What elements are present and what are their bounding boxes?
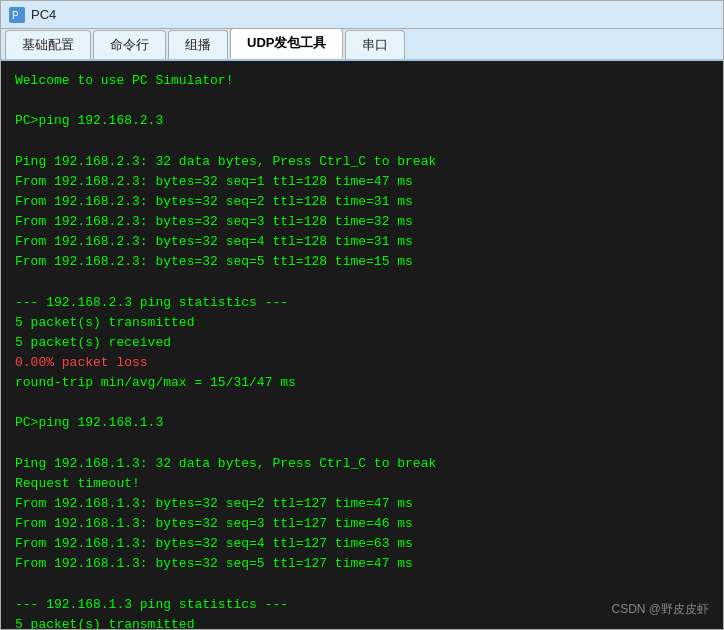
- terminal-line: Request timeout!: [15, 474, 709, 494]
- svg-text:P: P: [12, 10, 19, 21]
- terminal-line: --- 192.168.2.3 ping statistics ---: [15, 293, 709, 313]
- terminal-line: Ping 192.168.1.3: 32 data bytes, Press C…: [15, 454, 709, 474]
- tab-basic-config[interactable]: 基础配置: [5, 30, 91, 59]
- terminal-line: [15, 272, 709, 292]
- tab-serial[interactable]: 串口: [345, 30, 405, 59]
- terminal-line: 5 packet(s) received: [15, 333, 709, 353]
- terminal-line: 0.00% packet loss: [15, 353, 709, 373]
- terminal-line: From 192.168.2.3: bytes=32 seq=4 ttl=128…: [15, 232, 709, 252]
- terminal-line: From 192.168.2.3: bytes=32 seq=3 ttl=128…: [15, 212, 709, 232]
- terminal-line: 5 packet(s) transmitted: [15, 615, 709, 629]
- window-icon: P: [9, 7, 25, 23]
- terminal-line: round-trip min/avg/max = 15/31/47 ms: [15, 373, 709, 393]
- terminal-line: From 192.168.1.3: bytes=32 seq=4 ttl=127…: [15, 534, 709, 554]
- terminal-line: [15, 393, 709, 413]
- window-title: PC4: [31, 7, 56, 22]
- window: P PC4 基础配置 命令行 组播 UDP发包工具 串口 Welcome to …: [0, 0, 724, 630]
- tab-command-line[interactable]: 命令行: [93, 30, 166, 59]
- tab-multicast[interactable]: 组播: [168, 30, 228, 59]
- terminal-line: --- 192.168.1.3 ping statistics ---: [15, 595, 709, 615]
- title-bar: P PC4: [1, 1, 723, 29]
- terminal-line: [15, 575, 709, 595]
- terminal-line: PC>ping 192.168.1.3: [15, 413, 709, 433]
- terminal-line: [15, 91, 709, 111]
- terminal-line: From 192.168.1.3: bytes=32 seq=5 ttl=127…: [15, 554, 709, 574]
- terminal-line: From 192.168.1.3: bytes=32 seq=2 ttl=127…: [15, 494, 709, 514]
- terminal-line: Ping 192.168.2.3: 32 data bytes, Press C…: [15, 152, 709, 172]
- watermark: CSDN @野皮皮虾: [611, 600, 709, 619]
- tab-udp-tool[interactable]: UDP发包工具: [230, 28, 343, 59]
- terminal-line: PC>ping 192.168.2.3: [15, 111, 709, 131]
- terminal-line: [15, 131, 709, 151]
- terminal[interactable]: Welcome to use PC Simulator! PC>ping 192…: [1, 61, 723, 629]
- terminal-line: Welcome to use PC Simulator!: [15, 71, 709, 91]
- terminal-line: From 192.168.2.3: bytes=32 seq=1 ttl=128…: [15, 172, 709, 192]
- terminal-line: [15, 434, 709, 454]
- terminal-line: From 192.168.2.3: bytes=32 seq=5 ttl=128…: [15, 252, 709, 272]
- terminal-line: 5 packet(s) transmitted: [15, 313, 709, 333]
- tab-bar: 基础配置 命令行 组播 UDP发包工具 串口: [1, 29, 723, 61]
- terminal-content: Welcome to use PC Simulator! PC>ping 192…: [15, 71, 709, 629]
- terminal-line: From 192.168.2.3: bytes=32 seq=2 ttl=128…: [15, 192, 709, 212]
- terminal-line: From 192.168.1.3: bytes=32 seq=3 ttl=127…: [15, 514, 709, 534]
